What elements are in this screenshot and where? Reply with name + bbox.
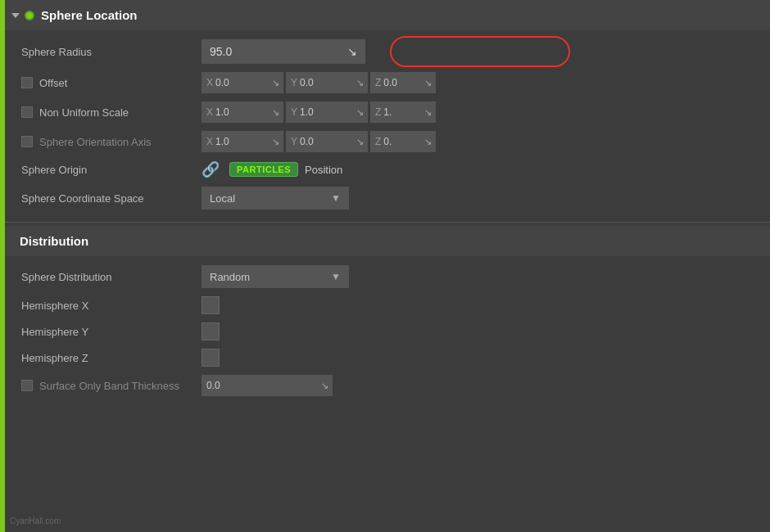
offset-z-wrap: Z0.0 ↘: [370, 72, 436, 93]
hemisphere-y-value: [202, 322, 759, 340]
watermark: CyanHall.com: [10, 516, 61, 525]
surface-band-field-wrap: 0.0 ↘: [202, 375, 333, 396]
offset-row: Offset X0.0 ↘ Y0.0 ↘: [5, 68, 770, 97]
sphere-coord-space-value: Local ▼: [202, 187, 759, 210]
non-uniform-scale-label: Non Uniform Scale: [21, 106, 202, 119]
hemisphere-z-row: Hemisphere Z: [5, 345, 770, 371]
main-container: Sphere Location Sphere Radius 95.0 ↘: [0, 0, 770, 532]
hemisphere-y-label: Hemisphere Y: [21, 326, 202, 338]
surface-band-field[interactable]: 0.0: [202, 375, 316, 396]
offset-checkbox[interactable]: [21, 77, 33, 88]
offset-x-wrap: X0.0 ↘: [202, 72, 283, 93]
orient-z-expand[interactable]: ↘: [419, 131, 436, 152]
hemisphere-y-row: Hemisphere Y: [5, 318, 770, 345]
hemisphere-y-checkbox[interactable]: [202, 322, 220, 340]
hemisphere-z-value: [202, 349, 759, 367]
sphere-orientation-axis-checkbox[interactable]: [21, 136, 33, 147]
scale-x-expand[interactable]: ↘: [267, 101, 283, 123]
sphere-origin-row: Sphere Origin 🔗 PARTICLES Position: [5, 156, 770, 183]
distribution-title: Distribution: [20, 234, 88, 248]
offset-y-field[interactable]: Y0.0: [286, 72, 351, 93]
sphere-radius-expand-icon: ↘: [347, 45, 357, 58]
non-uniform-scale-row: Non Uniform Scale X1.0 ↘ Y1.0 ↘: [5, 97, 770, 127]
orient-x-field[interactable]: X1.0: [202, 131, 267, 152]
surface-band-expand[interactable]: ↘: [316, 375, 333, 396]
sphere-orientation-axis-value: X1.0 ↘ Y0.0 ↘ Z0. ↘: [202, 131, 759, 152]
offset-x-field[interactable]: X0.0: [202, 72, 267, 93]
sphere-location-section: Sphere Location Sphere Radius 95.0 ↘: [5, 0, 770, 219]
offset-label: Offset: [21, 77, 202, 89]
non-uniform-scale-xyz-group: X1.0 ↘ Y1.0 ↘ Z1. ↘: [202, 101, 436, 123]
offset-y-expand[interactable]: ↘: [351, 72, 368, 93]
hemisphere-x-value: [202, 296, 759, 314]
offset-value: X0.0 ↘ Y0.0 ↘ Z0.0 ↘: [202, 72, 759, 93]
section-active-icon: [25, 11, 34, 20]
sphere-location-header[interactable]: Sphere Location: [5, 0, 770, 30]
sphere-orientation-axis-label: Sphere Orientation Axis: [21, 136, 202, 148]
section-divider: [5, 222, 770, 223]
sphere-location-title: Sphere Location: [41, 8, 138, 22]
scale-z-expand[interactable]: ↘: [419, 101, 436, 123]
sphere-radius-field[interactable]: 95.0 ↘: [202, 39, 365, 64]
orient-y-field[interactable]: Y0.0: [286, 131, 351, 152]
orient-z-wrap: Z0. ↘: [370, 131, 436, 152]
hemisphere-x-row: Hemisphere X: [5, 292, 770, 318]
offset-z-field[interactable]: Z0.0: [370, 72, 419, 93]
distribution-section: Distribution Sphere Distribution Random …: [5, 226, 770, 405]
offset-y-wrap: Y0.0 ↘: [286, 72, 368, 93]
orient-y-wrap: Y0.0 ↘: [286, 131, 368, 152]
orient-z-field[interactable]: Z0.: [370, 131, 419, 152]
surface-only-band-thickness-row: Surface Only Band Thickness 0.0 ↘: [5, 371, 770, 400]
sphere-distribution-row: Sphere Distribution Random ▼: [5, 261, 770, 292]
sphere-coord-space-selected: Local: [210, 192, 235, 205]
sphere-distribution-dropdown[interactable]: Random ▼: [202, 265, 349, 288]
scale-z-field[interactable]: Z1.: [370, 101, 419, 123]
non-uniform-scale-value: X1.0 ↘ Y1.0 ↘ Z1. ↘: [202, 101, 759, 123]
scale-x-wrap: X1.0 ↘: [202, 101, 283, 123]
hemisphere-x-checkbox[interactable]: [202, 296, 220, 314]
scale-y-expand[interactable]: ↘: [351, 101, 368, 123]
collapse-triangle-icon: [11, 13, 20, 18]
sphere-radius-highlight-circle: [390, 36, 570, 67]
scale-y-field[interactable]: Y1.0: [286, 101, 351, 123]
content-area: Sphere Location Sphere Radius 95.0 ↘: [5, 0, 770, 532]
orient-y-expand[interactable]: ↘: [351, 131, 368, 152]
sphere-radius-value: 95.0 ↘: [202, 39, 759, 64]
orient-x-wrap: X1.0 ↘: [202, 131, 283, 152]
distribution-body: Sphere Distribution Random ▼ Hemisphere …: [5, 256, 770, 405]
offset-z-expand[interactable]: ↘: [419, 72, 436, 93]
scale-z-wrap: Z1. ↘: [370, 101, 436, 123]
sphere-origin-value: 🔗 PARTICLES Position: [202, 160, 759, 178]
orient-x-expand[interactable]: ↘: [267, 131, 283, 152]
particles-badge[interactable]: PARTICLES: [229, 162, 298, 177]
sphere-radius-number: 95.0: [210, 45, 232, 58]
sphere-coord-space-arrow-icon: ▼: [331, 192, 341, 204]
sphere-distribution-selected: Random: [210, 271, 250, 283]
non-uniform-scale-checkbox[interactable]: [21, 106, 33, 118]
sphere-coord-space-dropdown[interactable]: Local ▼: [202, 187, 349, 210]
offset-xyz-group: X0.0 ↘ Y0.0 ↘ Z0.0 ↘: [202, 72, 436, 93]
sphere-orientation-axis-row: Sphere Orientation Axis X1.0 ↘ Y0.0 ↘: [5, 127, 770, 156]
scale-x-field[interactable]: X1.0: [202, 101, 267, 123]
sphere-distribution-label: Sphere Distribution: [21, 271, 202, 283]
sphere-distribution-arrow-icon: ▼: [331, 271, 341, 282]
link-icon: 🔗: [202, 160, 220, 178]
surface-only-band-thickness-checkbox[interactable]: [21, 380, 33, 391]
orientation-xyz-group: X1.0 ↘ Y0.0 ↘ Z0. ↘: [202, 131, 436, 152]
surface-only-band-thickness-label: Surface Only Band Thickness: [21, 380, 202, 392]
sphere-radius-label: Sphere Radius: [21, 46, 202, 58]
scale-y-wrap: Y1.0 ↘: [286, 101, 368, 123]
hemisphere-z-label: Hemisphere Z: [21, 352, 202, 364]
hemisphere-z-checkbox[interactable]: [202, 349, 220, 367]
distribution-header[interactable]: Distribution: [5, 226, 770, 256]
sphere-distribution-value: Random ▼: [202, 265, 759, 288]
hemisphere-x-label: Hemisphere X: [21, 300, 202, 312]
sphere-origin-suffix: Position: [305, 164, 342, 176]
surface-only-band-thickness-value: 0.0 ↘: [202, 375, 759, 396]
sphere-radius-row: Sphere Radius 95.0 ↘: [5, 35, 770, 68]
sphere-coord-space-row: Sphere Coordinate Space Local ▼: [5, 183, 770, 214]
offset-x-expand[interactable]: ↘: [267, 72, 283, 93]
sphere-coord-space-label: Sphere Coordinate Space: [21, 192, 202, 205]
sphere-origin-label: Sphere Origin: [21, 164, 202, 176]
sphere-location-body: Sphere Radius 95.0 ↘ Offset: [5, 30, 770, 219]
